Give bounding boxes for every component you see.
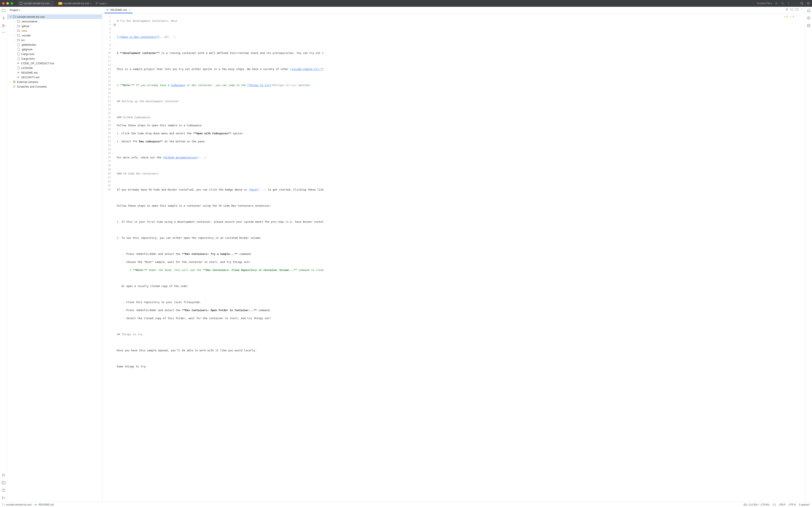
editor-view-split-button[interactable] <box>791 8 793 11</box>
editor-view-source-button[interactable] <box>785 8 788 11</box>
tree-item[interactable]: M↓SECURITY.md <box>7 75 102 79</box>
minimize-window-button[interactable] <box>6 2 9 5</box>
line-number: 40 <box>102 172 111 176</box>
tree-item[interactable]: Cargo.toml <box>7 56 102 61</box>
tree-external-libs[interactable]: › External Libraries <box>7 79 102 84</box>
editor-body[interactable]: ⚠ 8 ✓ 9 ˄ ˅ 1234567891011121314151617181… <box>102 13 805 502</box>
image-gutter-icon[interactable]: 🖼 <box>113 23 117 27</box>
project-icon <box>19 2 22 5</box>
project-tab-2[interactable]: VR vscode-remote-try-rust ▾ <box>56 0 94 6</box>
svg-point-28 <box>802 8 802 9</box>
tree-item[interactable]: ›.vscode <box>7 33 102 38</box>
project-tree: ▾ vscode-remote-try-rust ›.devcontainer›… <box>7 13 102 90</box>
notifications-button[interactable] <box>807 8 811 12</box>
expand-toggle[interactable]: › <box>13 34 16 37</box>
markdown-icon: M↓ <box>17 62 20 64</box>
expand-toggle[interactable]: › <box>13 25 16 27</box>
window-controls <box>2 2 13 5</box>
line-number: 12 <box>102 59 111 63</box>
vcs-tool-button[interactable] <box>2 496 5 500</box>
run-button[interactable] <box>775 2 778 5</box>
code-area[interactable]: # Try Out Development Containers: Rust [… <box>117 13 805 502</box>
tree-item[interactable]: ›src <box>7 38 102 42</box>
svg-point-9 <box>808 3 809 4</box>
settings-button[interactable] <box>807 2 810 5</box>
breadcrumb[interactable]: vscode-remote-try-rust › M↓ README.md <box>2 503 54 506</box>
tree-item[interactable]: ›.idea <box>7 29 102 33</box>
inspection-widget[interactable]: ⚠ 8 ✓ 9 ˄ ˅ <box>783 15 802 18</box>
project-tool-button[interactable] <box>2 8 5 12</box>
editor-more-button[interactable] <box>801 8 803 11</box>
folder-icon <box>17 29 20 32</box>
tree-item[interactable]: M↓README.md <box>7 70 102 75</box>
vcs-branch[interactable]: main ▾ <box>96 2 107 5</box>
project-tab-2-label: vscode-remote-try-rust <box>64 2 89 5</box>
run-tool-button[interactable] <box>2 473 5 477</box>
line-number: 44 <box>102 188 111 191</box>
close-window-button[interactable] <box>2 2 5 5</box>
status-indent[interactable]: 3 spaces* <box>799 503 810 506</box>
run-config-label: Current File <box>757 2 770 5</box>
editor-tab-toolbar <box>785 8 803 11</box>
status-encoding[interactable]: UTF-8 <box>789 503 796 506</box>
close-tab-button[interactable]: × <box>129 8 130 11</box>
tree-item[interactable]: LICENSE <box>7 66 102 70</box>
chevron-down-icon[interactable]: ▾ <box>106 2 108 5</box>
maximize-window-button[interactable] <box>11 2 13 5</box>
editor-tabs: M↓ README.md × <box>102 7 805 13</box>
more-actions-button[interactable] <box>787 2 790 5</box>
scratches-icon <box>13 85 16 88</box>
line-number: 9 <box>102 47 111 51</box>
run-config-dropdown[interactable]: Current File ▾ <box>757 2 772 5</box>
structure-tool-button[interactable] <box>2 24 5 27</box>
tree-item[interactable]: M↓CODE_OF_CONDUCT.md <box>7 61 102 66</box>
search-everywhere-button[interactable] <box>800 2 804 5</box>
project-panel-header[interactable]: Project ▾ <box>7 7 102 13</box>
status-cursor-pos[interactable]: 1:1 <box>772 503 776 506</box>
project-tab-1[interactable]: vscode-remote-try-rust… <box>17 0 54 6</box>
svg-rect-13 <box>4 25 5 26</box>
status-network[interactable]: (D) ↑112 B/s / ↓179 B/s <box>744 503 769 506</box>
editor-tab-readme[interactable]: M↓ README.md × <box>105 7 133 13</box>
next-highlight-button[interactable]: ˅ <box>799 15 801 18</box>
svg-point-1 <box>96 2 97 3</box>
status-line-sep[interactable]: CRLF <box>779 503 786 506</box>
svg-point-16 <box>4 32 5 33</box>
commit-tool-button[interactable] <box>2 16 5 20</box>
editor-area: M↓ README.md × ⚠ 8 ✓ 9 ˄ ˅ 1234567891011… <box>102 7 805 502</box>
svg-point-8 <box>801 2 803 4</box>
terminal-tool-button[interactable] <box>2 481 5 485</box>
tree-item[interactable]: ›.devcontainer <box>7 19 102 24</box>
tree-root-label: vscode-remote-try-rust <box>17 15 45 18</box>
expand-toggle[interactable]: › <box>9 81 12 83</box>
tree-item[interactable]: Cargo.lock <box>7 52 102 56</box>
chevron-down-icon[interactable]: ▾ <box>90 2 91 5</box>
line-number-gutter: 1234567891011121314151617181920212223242… <box>102 13 113 502</box>
tree-scratches[interactable]: Scratches and Consoles <box>7 84 102 89</box>
tree-item[interactable]: .gitignore <box>7 47 102 52</box>
more-tools-button[interactable] <box>2 31 5 34</box>
expand-toggle[interactable]: › <box>13 30 16 32</box>
ai-assistant-button[interactable] <box>807 16 811 20</box>
tree-root[interactable]: ▾ vscode-remote-try-rust <box>7 14 102 19</box>
folder-icon <box>17 39 20 42</box>
editor-view-preview-button[interactable] <box>796 8 799 11</box>
database-button[interactable] <box>807 24 811 27</box>
svg-point-20 <box>2 498 3 499</box>
statusbar: vscode-remote-try-rust › M↓ README.md (D… <box>0 502 812 507</box>
problems-tool-button[interactable] <box>2 488 5 492</box>
expand-toggle[interactable]: › <box>13 20 16 22</box>
line-number: 13 <box>102 63 111 67</box>
prev-highlight-button[interactable]: ˄ <box>796 15 797 18</box>
tree-item[interactable]: ›.github <box>7 24 102 29</box>
debug-button[interactable] <box>781 2 784 5</box>
line-number: 16 <box>102 75 111 79</box>
expand-toggle[interactable]: › <box>13 39 16 41</box>
line-number: 41 <box>102 176 111 180</box>
tree-item-label: .gitattributes <box>21 43 36 46</box>
expand-toggle[interactable]: ▾ <box>9 16 12 18</box>
line-number: 23 <box>102 103 111 107</box>
svg-point-2 <box>96 4 97 5</box>
file-icon <box>17 43 20 46</box>
tree-item[interactable]: .gitattributes <box>7 42 102 47</box>
